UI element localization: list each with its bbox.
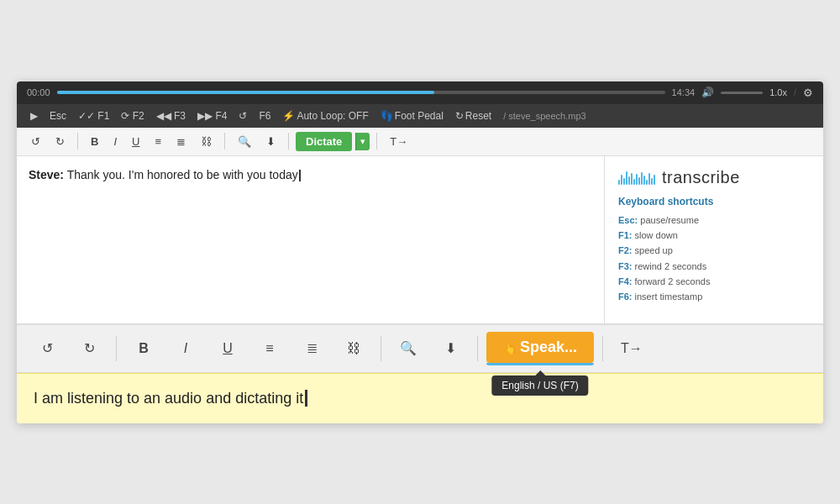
bt-numbered-button[interactable]: ≣	[293, 334, 330, 362]
link-button[interactable]: ⛓	[195, 132, 218, 151]
main-area: Steve: Thank you. I'm honored to be with…	[17, 156, 823, 324]
speed-separator: /	[794, 87, 796, 97]
shortcut-key: F4:	[618, 276, 633, 286]
dictation-cursor	[305, 390, 307, 407]
shortcut-row: F2: speed up	[618, 244, 810, 257]
bt-download-button[interactable]: ⬇	[432, 334, 469, 362]
audio-time-right: 14:34	[672, 87, 696, 97]
editor-area[interactable]: Steve: Thank you. I'm honored to be with…	[17, 156, 605, 324]
audio-bar: 00:00 14:34 🔊 1.0x / ⚙	[17, 81, 823, 104]
bt-separator-1	[116, 336, 117, 361]
shortcut-key: F6:	[618, 291, 633, 302]
play-button[interactable]: ▶	[27, 108, 41, 123]
bt-undo-button[interactable]: ↺	[29, 334, 66, 362]
esc-button[interactable]: Esc	[46, 108, 70, 123]
shortcut-row: F1: slow down	[618, 229, 810, 242]
audio-progress-bar[interactable]	[57, 91, 665, 94]
tab-button[interactable]: T→	[384, 132, 413, 151]
transcribe-brand-name: transcribe	[662, 168, 740, 187]
f4-button[interactable]: ▶▶ F4	[194, 108, 230, 123]
shortcut-key: F2:	[618, 245, 633, 255]
editor-text: Thank you. I'm honored to be with you to…	[64, 168, 298, 181]
dictation-area: I am listening to an audio and dictating…	[17, 373, 823, 423]
toolbar-separator-2	[224, 133, 225, 150]
reset-button[interactable]: ↻ Reset	[452, 108, 495, 123]
toolbar-separator-3	[288, 133, 289, 150]
bold-button[interactable]: B	[85, 132, 104, 151]
controls-bar: ▶ Esc ✓✓ F1 ⟳ F2 ◀◀ F3 ▶▶ F4 ↺ F6 ⚡ Auto…	[17, 104, 823, 128]
bt-bullet-button[interactable]: ≡	[251, 335, 288, 362]
f5-button[interactable]: ↺	[235, 108, 250, 123]
speak-button-wrapper: 👆Speak... English / US (F7)	[486, 332, 594, 365]
bullet-list-button[interactable]: ≡	[149, 132, 167, 151]
shortcut-key: F1:	[618, 230, 633, 240]
bt-underline-button[interactable]: U	[209, 335, 246, 362]
redo-button[interactable]: ↻	[50, 132, 71, 151]
top-toolbar: ↺ ↻ B I U ≡ ≣ ⛓ 🔍 ⬇ Dictate ▾ T→	[17, 128, 823, 156]
shortcut-row: F6: insert timestamp	[618, 291, 810, 303]
speak-indicator	[486, 363, 594, 365]
volume-icon: 🔊	[701, 87, 714, 98]
shortcut-key: Esc:	[618, 215, 638, 225]
volume-slider[interactable]	[721, 92, 763, 94]
bt-zoom-button[interactable]: 🔍	[390, 334, 427, 362]
zoom-button[interactable]: 🔍	[232, 132, 257, 151]
text-cursor	[299, 170, 301, 181]
audio-progress-fill	[57, 91, 434, 94]
sidebar-panel: transcribe Keyboard shortcuts Esc: pause…	[605, 156, 823, 324]
shortcut-row: Esc: pause/resume	[618, 214, 810, 227]
waveform-icon	[618, 170, 655, 185]
bt-separator-2	[381, 336, 381, 361]
autoloop-button[interactable]: ⚡ Auto Loop: OFF	[279, 108, 371, 123]
shortcut-key: F3:	[618, 261, 633, 271]
transcribe-logo: transcribe	[618, 168, 810, 187]
dictation-text: I am listening to an audio and dictating…	[34, 390, 303, 407]
editor-content: Steve: Thank you. I'm honored to be with…	[29, 168, 592, 181]
download-button[interactable]: ⬇	[260, 132, 281, 151]
underline-button[interactable]: U	[126, 132, 145, 151]
speak-button[interactable]: 👆Speak...	[486, 332, 594, 363]
toolbar-separator-1	[77, 133, 78, 150]
footpedal-button[interactable]: 👣 Foot Pedal	[377, 108, 447, 123]
bt-bold-button[interactable]: B	[125, 335, 162, 362]
app-container: 00:00 14:34 🔊 1.0x / ⚙ ▶ Esc ✓✓ F1 ⟳ F2 …	[17, 81, 823, 423]
dictate-arrow-button[interactable]: ▾	[355, 133, 370, 150]
bt-link-button[interactable]: ⛓	[335, 335, 372, 362]
f2-button[interactable]: ⟳ F2	[118, 108, 147, 123]
bt-separator-3	[477, 336, 478, 361]
numbered-list-button[interactable]: ≣	[171, 132, 192, 151]
speak-tooltip: English / US (F7)	[491, 375, 588, 396]
italic-button[interactable]: I	[108, 132, 123, 151]
audio-time-left: 00:00	[27, 87, 50, 97]
shortcuts-list: Esc: pause/resumeF1: slow downF2: speed …	[618, 214, 810, 304]
shortcuts-title: Keyboard shortcuts	[618, 196, 810, 207]
bottom-toolbar: ↺ ↻ B I U ≡ ≣ ⛓ 🔍 ⬇ 👆Speak... English / …	[17, 324, 823, 373]
f1-button[interactable]: ✓✓ F1	[75, 108, 113, 123]
bt-separator-4	[602, 336, 603, 361]
undo-button[interactable]: ↺	[25, 132, 46, 151]
f3-button[interactable]: ◀◀ F3	[153, 108, 189, 123]
audio-speed: 1.0x	[769, 87, 787, 97]
bt-redo-button[interactable]: ↻	[71, 334, 108, 362]
dictate-button[interactable]: Dictate	[296, 132, 352, 151]
settings-icon[interactable]: ⚙	[803, 87, 813, 99]
f6-button[interactable]: F6	[255, 108, 274, 123]
cursor-hand-icon: 👆	[503, 342, 517, 354]
shortcut-row: F4: forward 2 seconds	[618, 276, 810, 288]
bt-italic-button[interactable]: I	[167, 335, 204, 362]
bt-tab-button[interactable]: T→	[612, 335, 652, 362]
speaker-label: Steve:	[29, 168, 64, 181]
shortcut-row: F3: rewind 2 seconds	[618, 260, 810, 273]
toolbar-separator-4	[376, 133, 377, 150]
file-name: / steve_speech.mp3	[503, 111, 585, 121]
